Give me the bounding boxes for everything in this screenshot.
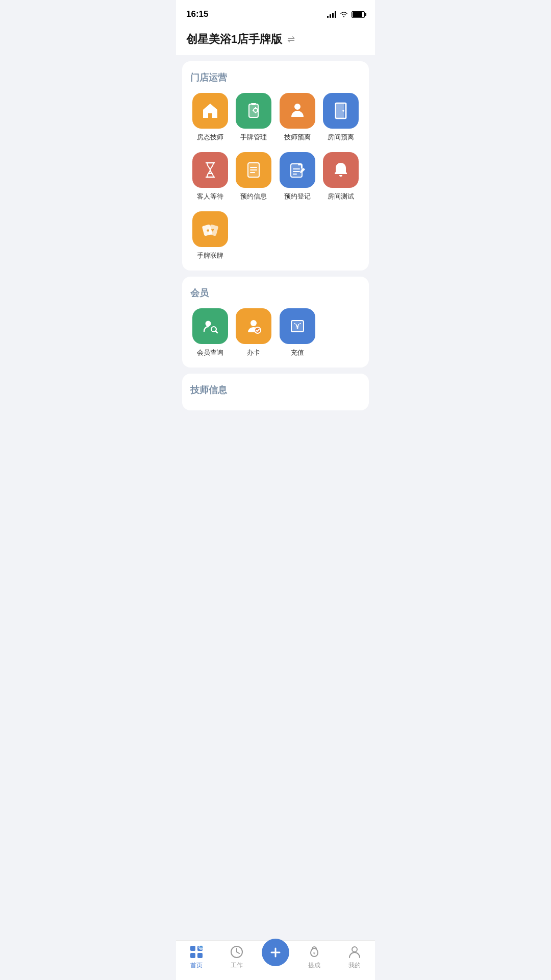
hand-combo-label: 手牌联牌: [197, 251, 223, 260]
recharge-item[interactable]: ¥ 充值: [278, 308, 317, 357]
store-ops-title: 门店运营: [190, 71, 361, 84]
room-reserve-label: 房间预离: [328, 133, 354, 142]
status-icons: [327, 11, 365, 18]
hand-mgmt-icon-box: [236, 93, 271, 129]
card-apply-item[interactable]: 办卡: [234, 308, 274, 357]
guest-wait-label: 客人等待: [197, 192, 223, 201]
membership-title: 会员: [190, 287, 361, 299]
member-check-icon: [244, 317, 263, 335]
room-tech-item[interactable]: 房态技师: [190, 93, 230, 142]
door-icon: [332, 102, 350, 120]
header: 创星美浴1店手牌版 ⇌: [176, 26, 375, 55]
hand-mgmt-label: 手牌管理: [240, 133, 267, 142]
appt-reg-icon-box: [280, 152, 315, 188]
svg-point-10: [342, 110, 344, 112]
room-test-label: 房间测试: [328, 192, 354, 201]
hand-combo-item[interactable]: ♠ ♥ 手牌联牌: [190, 211, 230, 260]
room-reserve-item[interactable]: 房间预离: [321, 93, 361, 142]
wifi-icon: [339, 11, 348, 18]
tech-reserve-icon-box: [280, 93, 315, 129]
signal-icon: [327, 11, 336, 18]
appt-reg-label: 预约登记: [284, 192, 311, 201]
store-ops-section: 门店运营 房态技师: [182, 61, 369, 271]
svg-point-7: [294, 104, 300, 110]
person-icon: [288, 102, 307, 120]
hourglass-icon: [201, 161, 219, 179]
membership-grid: 会员查询 办卡: [190, 308, 361, 357]
room-test-icon-box: [323, 152, 359, 188]
tech-reserve-label: 技师预离: [284, 133, 311, 142]
membership-section: 会员 会员查询: [182, 277, 369, 368]
appt-info-label: 预约信息: [240, 192, 267, 201]
battery-icon: [352, 11, 365, 18]
house-icon: [201, 102, 219, 120]
tech-info-section: 技师信息: [182, 374, 369, 410]
clipboard-tag-icon: [244, 102, 263, 120]
status-bar: 16:15: [176, 0, 375, 26]
appt-reg-item[interactable]: 预约登记: [278, 152, 317, 201]
list-icon: [244, 161, 263, 179]
member-query-label: 会员查询: [197, 348, 223, 357]
room-reserve-icon-box: [323, 93, 359, 129]
tech-info-title: 技师信息: [190, 384, 361, 396]
guest-wait-item[interactable]: 客人等待: [190, 152, 230, 201]
member-query-icon-box: [192, 308, 228, 344]
page-title: 创星美浴1店手牌版: [186, 32, 282, 47]
card-apply-label: 办卡: [247, 348, 260, 357]
cards-icon: ♠ ♥: [201, 220, 219, 238]
room-test-item[interactable]: 房间测试: [321, 152, 361, 201]
recharge-label: 充值: [291, 348, 304, 357]
svg-text:♥: ♥: [211, 227, 214, 233]
yen-icon: ¥: [288, 317, 307, 335]
svg-point-28: [251, 320, 257, 326]
store-ops-grid: 房态技师 手牌管理: [190, 93, 361, 260]
guest-wait-icon-box: [192, 152, 228, 188]
bell-icon: [332, 161, 350, 179]
room-tech-icon-box: [192, 93, 228, 129]
appt-info-icon-box: [236, 152, 271, 188]
switch-icon[interactable]: ⇌: [287, 34, 295, 45]
hand-mgmt-item[interactable]: 手牌管理: [234, 93, 274, 142]
recharge-icon-box: ¥: [280, 308, 315, 344]
card-apply-icon-box: [236, 308, 271, 344]
svg-point-25: [205, 321, 211, 327]
edit-icon: [288, 161, 307, 179]
tech-reserve-item[interactable]: 技师预离: [278, 93, 317, 142]
main-content: 门店运营 房态技师: [176, 55, 375, 451]
room-tech-label: 房态技师: [197, 133, 223, 142]
svg-text:♠: ♠: [207, 227, 210, 233]
svg-text:¥: ¥: [295, 323, 299, 331]
svg-rect-17: [291, 164, 302, 177]
member-query-item[interactable]: 会员查询: [190, 308, 230, 357]
appt-info-item[interactable]: 预约信息: [234, 152, 274, 201]
hand-combo-icon-box: ♠ ♥: [192, 211, 228, 247]
status-time: 16:15: [186, 9, 208, 19]
svg-line-27: [216, 331, 217, 333]
member-search-icon: [201, 317, 219, 335]
